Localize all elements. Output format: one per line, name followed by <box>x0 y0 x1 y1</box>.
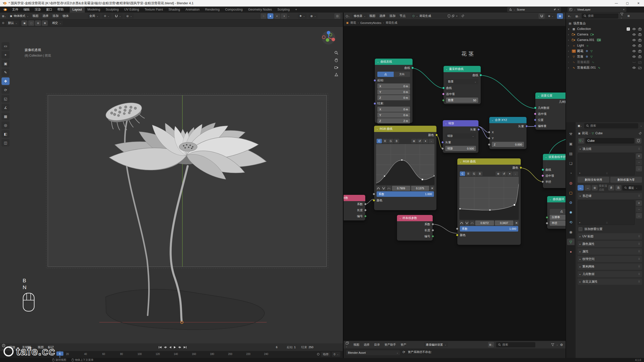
node-set-position[interactable]: ⌄设置位置 几何数据 几何数据 选中项 位置 偏移量 <box>535 93 566 130</box>
tool-sphere-icon[interactable]: ◎ <box>2 121 10 129</box>
socket-curve-in[interactable] <box>442 87 445 89</box>
mode-selector[interactable]: ▣物体模式⌄ <box>8 14 30 19</box>
node-rgb-curves-1[interactable]: ⌄RGB 曲线 颜色 C R G B ⊕ ↺ ● ⌄ <box>374 126 436 210</box>
node-vector-math-scale[interactable]: ⌄缩放 矢量 缩放⌄ 矢量 缩放0.500 <box>443 120 478 153</box>
display-mode-icon[interactable]: ⊞⌄ <box>488 342 494 347</box>
curve-zoom-in-icon[interactable]: ⊕ <box>411 139 417 143</box>
node-combine-xyz[interactable]: ⌄合并 XYZ 矢量 X Y Z0.000 <box>489 117 527 149</box>
tool-cursor-icon[interactable]: ⌖ <box>2 51 10 59</box>
eye-icon[interactable] <box>632 56 636 58</box>
properties-search-input[interactable]: 搜索 <box>584 123 638 128</box>
workspace-tab-sculpting[interactable]: Sculpting <box>103 7 121 13</box>
outliner-display-mode-icon[interactable]: ▤⌄ <box>574 14 582 18</box>
panel-color-attributes[interactable]: ▸颜色属性⠿ <box>578 241 642 247</box>
gear-icon[interactable]: ⚙ <box>560 343 563 347</box>
workspace-tab-rendering[interactable]: Rendering <box>202 7 222 13</box>
breadcrumb-tree[interactable]: 荷花生成 <box>386 21 397 25</box>
tab-render-icon[interactable]: ▣ <box>567 141 575 147</box>
outliner-row-scene-collection[interactable]: ▤ 场景集合 <box>566 21 644 26</box>
curve-line-tab-points[interactable]: 点 <box>377 72 394 77</box>
select-mode-new-icon[interactable]: ▣ <box>21 20 27 26</box>
play-button[interactable] <box>174 346 176 349</box>
refresh-icon[interactable]: ⟳ <box>403 350 405 354</box>
asset-search-input[interactable]: 搜索 <box>496 342 535 347</box>
show-overlays-toggle[interactable]: ◍⌄ <box>309 14 318 19</box>
node-snap-mode-selector[interactable]: ⊞⌄ <box>546 14 555 19</box>
curve-reset-icon[interactable]: ↺ <box>501 171 507 176</box>
add-workspace-button[interactable]: + <box>293 7 300 13</box>
vertex-group-list[interactable]: ▸ ⠿ <box>578 153 635 175</box>
shading-rendered-icon[interactable]: ◑ <box>281 13 287 19</box>
render-camera-icon[interactable] <box>638 33 641 36</box>
panel-geometry-data[interactable]: ▸几何数据⠿ <box>578 271 642 277</box>
panel-texture-space[interactable]: ▸纹理空间⠿ <box>578 256 642 262</box>
remove-vertex-group-button[interactable]: − <box>636 160 642 165</box>
render-camera-icon[interactable] <box>638 50 641 53</box>
zoom-icon[interactable] <box>334 51 338 55</box>
node-rgb-curves-2[interactable]: ⌄RGB 曲线 颜色 C R G B ⊕ ↺ ● ⌄ <box>457 158 521 245</box>
node-curve-circle[interactable]: ⌄曲线圆环 点 分辨率 半径 <box>547 196 566 229</box>
geometry-node-editor[interactable]: ⬡⌄ 修改器⌄ 视图 选择 添加 节点 ⬡ ⌄ 荷花生成 ✕ ⊞⌄ ◍ ▣ 荷花… <box>344 13 566 341</box>
node-spline-parameter[interactable]: ⌄样条线参数 系数 长度 编号 <box>397 215 433 241</box>
channel-c-button[interactable]: C <box>460 171 465 176</box>
node-menu-select[interactable]: 选择 <box>377 14 387 18</box>
scene-unlink-icon[interactable]: ✕ <box>557 8 559 11</box>
properties-type-icon[interactable]: ▣⌄ <box>578 124 582 127</box>
tab-viewlayer-icon[interactable]: ❏ <box>567 160 575 167</box>
asset-menu-asset[interactable]: 资产 <box>398 343 408 347</box>
delete-zero-weight-button[interactable]: 删除权重为零 <box>610 177 642 183</box>
panel-shape-keys[interactable]: ▾形态键⠿ <box>578 193 642 199</box>
rgb-curve-widget-1[interactable] <box>376 144 434 185</box>
checkbox-icon[interactable]: ✓ <box>627 27 630 31</box>
asset-library-selector[interactable]: Blender Asset⌄ <box>346 350 400 355</box>
channel-g-button[interactable]: G <box>388 139 393 143</box>
curve-options-icon[interactable]: ⌄ <box>513 171 518 176</box>
maximize-button[interactable]: ▢ <box>622 0 633 7</box>
jump-to-end-button[interactable] <box>183 346 187 349</box>
menu-help[interactable]: 帮助 <box>55 7 66 13</box>
add-rest-position-checkbox[interactable] <box>579 227 582 231</box>
vg-search-label[interactable]: 搜索顶点组 <box>599 184 607 192</box>
node-spline-parameter-2[interactable]: ⌄样条线参数 系数 长度 编号 <box>344 195 365 220</box>
outliner-row-camera-001[interactable]: › Camera.001 <box>566 37 644 43</box>
outliner-row-camera[interactable]: › Camera <box>566 32 644 37</box>
outliner-type-icon[interactable]: ≡⌄ <box>566 14 574 18</box>
node-overlays-toggle[interactable]: ◍ <box>557 13 563 19</box>
channel-g-button[interactable]: G <box>471 171 477 176</box>
viewlayer-selector[interactable]: ⌄ ViewLayer ✕ <box>568 7 626 12</box>
viewlayer-remove-icon[interactable]: ✕ <box>623 8 625 11</box>
asset-menu-helper[interactable]: 资产助手 <box>382 343 398 347</box>
menu-window[interactable]: 窗口 <box>44 7 55 13</box>
z-field[interactable]: Z0.000 <box>492 142 524 147</box>
xray-toggle[interactable]: ◫ <box>334 13 340 19</box>
field-start-x[interactable]: X0 m <box>377 83 410 89</box>
outliner-row-light[interactable]: › ☼ Light ☼ <box>566 43 644 48</box>
tool-icon[interactable]: ⊙ <box>0 21 6 25</box>
point-y-field[interactable]: 0.1375 <box>411 186 429 191</box>
node-tree-type-selector[interactable]: 修改器⌄ <box>352 14 368 19</box>
node-tree-name-field[interactable]: ⬡ ⌄ 荷花生成 ✕ <box>411 14 459 19</box>
point-x-field[interactable]: 0.7909 <box>392 186 410 191</box>
fake-user-shield-icon[interactable] <box>635 138 641 144</box>
tab-particles-icon[interactable]: ✺ <box>567 209 575 216</box>
tab-constraints-icon[interactable]: ◉ <box>567 229 575 235</box>
node-menu-node[interactable]: 节点 <box>397 14 408 18</box>
tab-material-icon[interactable]: ● <box>567 248 575 255</box>
outliner-row-lianpeng-jiemian[interactable]: › ∿ 莲蓬截面 ∿ <box>566 59 644 65</box>
field-start-z[interactable]: Z0 m <box>377 95 410 100</box>
forward-button[interactable]: → <box>585 185 591 191</box>
prev-keyframe-button[interactable] <box>164 346 167 349</box>
workspace-tab-shading[interactable]: Shading <box>166 7 183 13</box>
editor-type-icon[interactable]: ⊞⌄ <box>0 14 8 18</box>
panel-custom-properties[interactable]: ▸自定义属性⠿ <box>578 279 642 285</box>
workspace-tab-animation[interactable]: Animation <box>183 7 203 13</box>
radius-field[interactable]: 半径 <box>550 220 566 226</box>
circle-mode-points-button[interactable]: 点 <box>550 209 566 214</box>
field-start-y[interactable]: Y0 m <box>377 89 410 95</box>
properties-options-icon[interactable]: ⌄ <box>640 124 642 127</box>
vertex-group-specials-button[interactable]: ⌄ <box>636 166 642 171</box>
socket-geometry-in[interactable] <box>534 107 537 109</box>
new-collection-icon[interactable]: ⊞ <box>625 14 632 18</box>
pin-tree-icon[interactable] <box>459 15 466 17</box>
frame-label[interactable]: 花茎 <box>461 50 475 57</box>
